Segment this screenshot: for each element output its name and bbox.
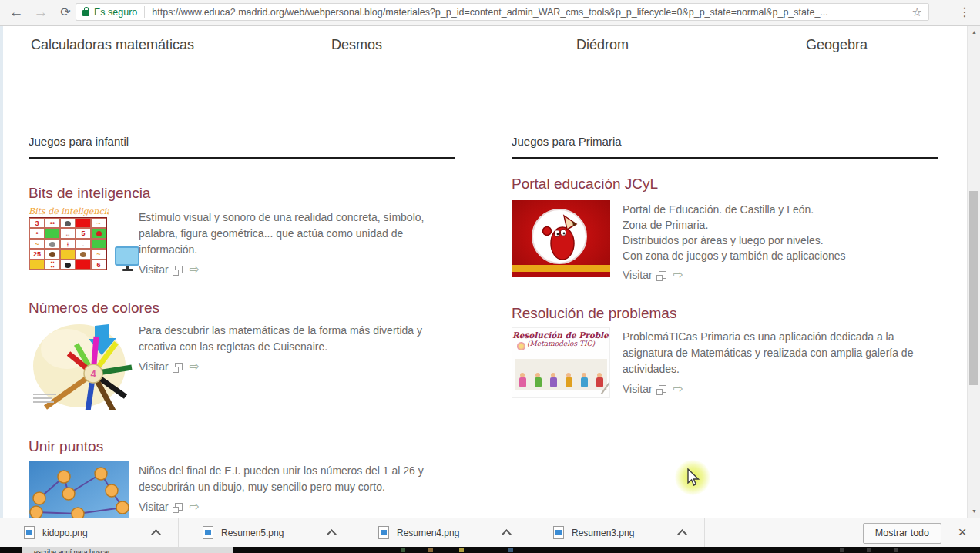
browser-menu-icon[interactable]: ⋮ [955, 3, 974, 22]
arrow-right-icon: ⇨ [673, 384, 683, 394]
nav-link-calculadoras[interactable]: Calculadoras matemáticas [31, 37, 194, 53]
nav-link-desmos[interactable]: Desmos [331, 37, 382, 53]
taskbar-search-hint: escribe aquí para buscar [22, 547, 233, 553]
item-description: Niños del final de E.I. pueden unir los … [139, 463, 439, 495]
download-item[interactable]: Resumen4.png [354, 518, 529, 547]
item-unir: Niños del final de E.I. pueden unir los … [29, 461, 439, 518]
item-title-jcyl[interactable]: Portal educación JCyL [512, 176, 658, 193]
item-title-unir[interactable]: Unir puntos [29, 438, 103, 455]
show-all-downloads-button[interactable]: Mostrar todo [863, 523, 941, 544]
visit-link-unir[interactable]: Visitar ⇨ [139, 501, 439, 513]
nav-link-diedrom[interactable]: Diédrom [576, 37, 629, 53]
download-filename[interactable]: Resumen5.png [221, 528, 284, 538]
address-bar[interactable]: Es seguro https://www.educa2.madrid.org/… [76, 3, 929, 21]
image-file-icon [378, 526, 389, 539]
column-primaria: Juegos para Primaria Portal educación JC… [512, 132, 938, 518]
image-file-icon [553, 526, 564, 539]
item-bits: Bits de inteligencia 3••~ •..5 ~⁝. 25~ ⁚… [29, 206, 435, 276]
jcyl-thumbnail[interactable] [512, 200, 623, 281]
item-title-bits[interactable]: Bits de inteligencia [29, 185, 150, 202]
download-item[interactable]: Resumen3.png [529, 518, 705, 547]
arrow-right-icon: ⇨ [190, 501, 200, 512]
visit-link-jcyl[interactable]: Visitar ⇨ [623, 269, 931, 281]
url-text[interactable]: https://www.educa2.madrid.org/web/webper… [152, 7, 905, 18]
forward-icon[interactable]: → [31, 2, 51, 22]
back-icon[interactable]: ← [6, 2, 26, 22]
page-left-edge [0, 26, 3, 518]
item-description-line: Con zona de juegos y también de aplicaci… [623, 248, 931, 263]
chevron-up-icon[interactable] [327, 529, 337, 539]
item-jcyl: Portal de Educación. de Castilla y León.… [512, 200, 931, 281]
vertical-scrollbar[interactable]: ▲ ▼ [967, 26, 980, 518]
resolucion-thumbnail[interactable]: Resolución de Problemas (Metamodelos TIC… [512, 327, 623, 398]
section-heading-infantil: Juegos para infantil [29, 132, 455, 159]
windows-taskbar-sliver: escribe aquí para buscar [0, 547, 980, 553]
external-link-icon [175, 266, 183, 273]
visit-link-resolucion[interactable]: Visitar ⇨ [623, 383, 927, 395]
external-link-icon [659, 385, 666, 393]
chevron-up-icon[interactable] [677, 529, 687, 539]
item-description-line: Zona de Primaria. [623, 217, 931, 233]
section-heading-primaria: Juegos para Primaria [512, 132, 938, 159]
bits-thumb-caption: Bits de inteligencia [29, 206, 109, 216]
arrow-right-icon: ⇨ [190, 264, 200, 275]
external-link-icon [659, 271, 666, 279]
unir-image [29, 461, 129, 518]
download-item[interactable]: kidopo.png [0, 518, 179, 547]
chevron-up-icon[interactable] [502, 529, 512, 539]
item-title-resolucion[interactable]: Resolución de problemas [512, 305, 676, 322]
browser-toolbar: ← → ⟳ Es seguro https://www.educa2.madri… [0, 0, 980, 26]
external-link-icon [175, 503, 183, 511]
column-infantil: Juegos para infantil Bits de inteligenci… [29, 132, 455, 518]
visit-link-numeros[interactable]: Visitar ⇨ [139, 360, 435, 373]
numeros-thumbnail[interactable]: 4 [29, 318, 139, 413]
jcyl-image [512, 200, 610, 277]
item-description-line: Distribuidos por áreas y luego por nivel… [623, 233, 931, 248]
bits-thumbnail[interactable]: Bits de inteligencia 3••~ •..5 ~⁝. 25~ ⁚… [29, 206, 139, 276]
item-description: Estímulo visual y sonoro de una realidad… [139, 209, 435, 258]
external-link-icon [175, 363, 183, 370]
close-shelf-icon[interactable]: × [952, 522, 972, 542]
arrow-right-icon: ⇨ [673, 270, 683, 280]
item-description: Para descubrir las matemáticas de la for… [139, 323, 435, 355]
url-divider [144, 6, 145, 18]
page-content: Calculadoras matemáticas Desmos Diédrom … [0, 26, 980, 518]
svg-text:4: 4 [90, 368, 96, 380]
taskbar-search-box[interactable]: escribe aquí para buscar [22, 547, 233, 553]
chevron-up-icon[interactable] [151, 529, 161, 539]
refresh-icon[interactable]: ⟳ [55, 2, 76, 22]
scroll-down-icon[interactable]: ▼ [968, 505, 980, 518]
download-filename[interactable]: Resumen3.png [572, 528, 634, 538]
mouse-cursor [685, 468, 702, 490]
download-item[interactable]: Resumen5.png [179, 518, 354, 547]
item-numeros: 4 Para descubrir las matemáticas de la f… [29, 318, 435, 413]
nav-link-geogebra[interactable]: Geogebra [806, 37, 868, 53]
item-title-numeros[interactable]: Números de colores [29, 300, 159, 317]
scrollbar-thumb[interactable] [969, 191, 978, 385]
download-filename[interactable]: Resumen4.png [397, 528, 459, 538]
numeros-image: 4 [29, 318, 136, 410]
arrow-right-icon: ⇨ [190, 361, 200, 372]
image-file-icon [203, 526, 213, 539]
scroll-up-icon[interactable]: ▲ [968, 26, 980, 39]
downloads-shelf: kidopo.png Resumen5.png Resumen4.png Res… [0, 518, 980, 547]
bookmark-star-icon[interactable]: ☆ [912, 6, 922, 18]
image-file-icon [24, 526, 35, 539]
resolucion-image: Resolución de Problemas (Metamodelos TIC… [512, 327, 610, 398]
visit-link-bits[interactable]: Visitar ⇨ [139, 263, 435, 276]
item-description: ProblemáTICas Primaria es una aplicación… [623, 329, 927, 377]
bits-grid-image: 3••~ •..5 ~⁝. 25~ ⁚⁚6 [29, 217, 107, 270]
security-label: Es seguro [94, 7, 137, 18]
monitor-icon [115, 246, 141, 273]
lock-icon [82, 10, 89, 16]
unir-thumbnail[interactable] [29, 461, 139, 518]
download-filename[interactable]: kidopo.png [42, 528, 88, 538]
item-description-line: Portal de Educación. de Castilla y León. [623, 202, 931, 217]
item-resolucion: Resolución de Problemas (Metamodelos TIC… [512, 327, 927, 398]
